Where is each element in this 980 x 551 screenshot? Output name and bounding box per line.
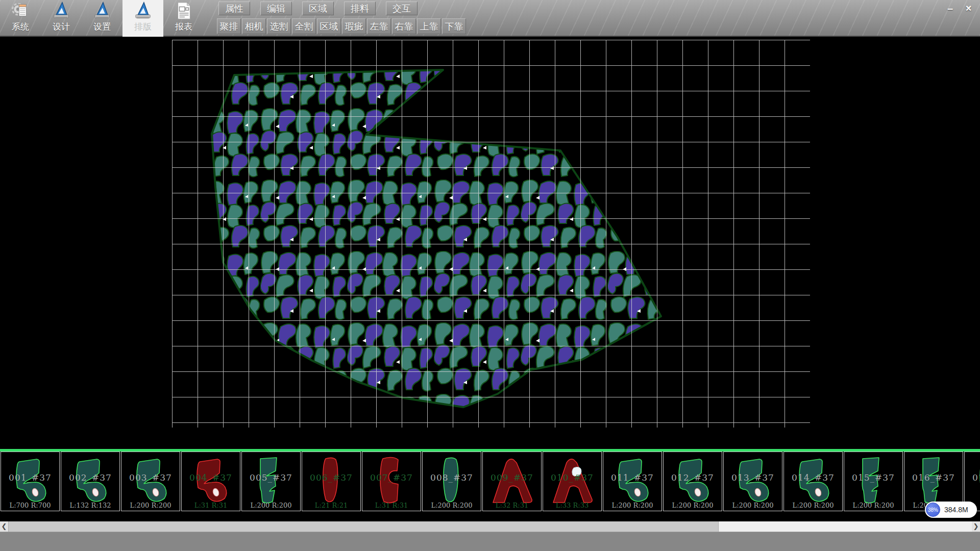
tool-select-cut[interactable]: 选割 [267, 18, 291, 34]
piece-id-label: 014_#37 [784, 472, 842, 483]
piece-id-label: 009_#37 [483, 472, 541, 483]
thumbnail-cell[interactable]: 012_#37 L:200 R:200 [663, 452, 722, 511]
nav-design-button[interactable]: 设计 [41, 0, 82, 37]
memory-badge[interactable]: 38% 384.8M [925, 502, 977, 518]
piece-id-label: 001_#37 [1, 472, 59, 483]
menu-nesting[interactable]: 排料 [344, 2, 376, 15]
piece-id-label: 011_#37 [603, 472, 662, 483]
horizontal-scrollbar[interactable]: ❮ ❯ [0, 521, 980, 532]
piece-id-label: 007_#37 [362, 472, 421, 483]
scroll-right-arrow[interactable]: ❯ [972, 521, 980, 532]
nesting-canvas[interactable] [0, 37, 980, 449]
piece-id-label: 012_#37 [664, 472, 722, 483]
tool-cut-all[interactable]: 全割 [292, 18, 316, 34]
hide-shape[interactable] [0, 37, 980, 449]
menu-properties[interactable]: 属性 [218, 2, 250, 15]
nav-layout-button-active[interactable]: 排版 [122, 0, 163, 37]
leather-hide-outline[interactable] [212, 70, 661, 407]
tool-camera[interactable]: 相机 [242, 18, 266, 34]
close-button[interactable]: × [960, 1, 977, 15]
menu-interact[interactable]: 交互 [386, 2, 418, 15]
tool-cluster-nest[interactable]: 聚排 [217, 18, 241, 34]
thumbnail-cell[interactable]: 003_#37 L:200 R:200 [121, 452, 180, 511]
piece-id-label: 003_#37 [121, 472, 180, 483]
piece-id-label: 016_#37 [904, 472, 963, 483]
nav-settings-button[interactable]: 设置 [82, 0, 122, 37]
piece-id-label: 013_#37 [724, 472, 782, 483]
menu-edit[interactable]: 编辑 [260, 2, 292, 15]
piece-id-label: 002_#37 [61, 472, 119, 483]
thumbnail-cell[interactable]: 013_#37 L:200 R:200 [723, 452, 782, 511]
piece-lr-label: L:200 R:200 [844, 502, 902, 509]
nav-system-label: 系统 [12, 20, 29, 34]
memory-size-label: 384.8M [944, 502, 968, 518]
piece-id-label: 008_#37 [423, 472, 481, 483]
thumbnail-cell[interactable]: 001_#37 L:700 R:700 [1, 452, 60, 511]
piece-lr-label: L:31 R:31 [182, 502, 240, 509]
nav-settings-label: 设置 [93, 20, 111, 34]
piece-id-label: 015_#37 [844, 472, 902, 483]
thumbnail-cell[interactable]: 007_#37 L:31 R:31 [362, 452, 421, 511]
menu-region[interactable]: 区域 [302, 2, 334, 15]
piece-id-label: 004_#37 [182, 472, 240, 483]
nav-layout-label: 排版 [134, 20, 152, 34]
piece-lr-label: L:200 R:200 [242, 502, 300, 509]
piece-id-label: 006_#37 [302, 472, 360, 483]
nav-system-button[interactable]: 系统 [0, 0, 41, 37]
thumbnail-cell[interactable]: 008_#37 L:200 R:200 [422, 452, 481, 511]
piece-thumbnail-strip[interactable]: 001_#37 L:700 R:700 002_#37 L:132 R:132 … [0, 452, 980, 511]
nav-design-label: 设计 [53, 20, 70, 34]
thumbnail-cell[interactable]: 009_#37 L:32 R:31 [482, 452, 542, 511]
tool-region[interactable]: 区域 [317, 18, 341, 34]
piece-lr-label: L:200 R:200 [603, 502, 662, 509]
piece-id-label: 010_#37 [543, 472, 601, 483]
piece-lr-label: L:200 R:200 [121, 502, 180, 509]
ruler-icon [52, 1, 71, 20]
tool-align-bottom[interactable]: 下靠 [442, 18, 466, 34]
scroll-left-arrow[interactable]: ❮ [0, 521, 8, 532]
thumbnail-cell[interactable]: 011_#37 L:200 R:200 [603, 452, 662, 511]
piece-lr-label: L:31 R:31 [362, 502, 421, 509]
piece-lr-label: L:200 R:200 [423, 502, 481, 509]
thumbnail-cell[interactable]: 002_#37 L:132 R:132 [61, 452, 120, 511]
ruler-icon [133, 1, 153, 20]
thumbnail-cell[interactable]: 014_#37 L:200 R:200 [783, 452, 843, 511]
thumbnail-cell[interactable]: 005_#37 L:200 R:200 [241, 452, 301, 511]
piece-lr-label: L:33 R:33 [543, 502, 601, 509]
scrollbar-thumb[interactable] [8, 521, 719, 532]
piece-lr-label: L:200 R:200 [724, 502, 782, 509]
piece-lr-label: L:700 R:700 [1, 502, 59, 509]
nav-report-button[interactable]: 报表 [163, 0, 204, 37]
piece-lr-label: L:200 R:200 [664, 502, 722, 509]
tool-align-right[interactable]: 右靠 [392, 18, 416, 34]
tool-align-top[interactable]: 上靠 [417, 18, 441, 34]
memory-percent-badge: 38% [926, 503, 940, 517]
tool-defect[interactable]: 瑕疵 [342, 18, 366, 34]
thumbnail-cell[interactable]: 015_#37 L:200 R:200 [844, 452, 903, 511]
ruler-icon [92, 1, 112, 20]
piece-lr-label: L:32 R:31 [483, 502, 541, 509]
piece-lr-label: L:132 R:132 [61, 502, 119, 509]
piece-lr-label: L:200 R:200 [784, 502, 842, 509]
gear-icon [11, 1, 30, 20]
piece-lr-label: L:21 R:21 [302, 502, 360, 509]
piece-id-label: 005_#37 [242, 472, 300, 483]
thumbnail-cell[interactable]: 004_#37 L:31 R:31 [181, 452, 240, 511]
tool-align-left[interactable]: 左靠 [367, 18, 391, 34]
thumbnail-cell[interactable]: 006_#37 L:21 R:21 [302, 452, 361, 511]
report-icon [174, 1, 193, 20]
thumbnail-cell[interactable]: 010_#37 L:33 R:33 [543, 452, 602, 511]
title-toolbar: 系统 设计 设置 排版 [0, 0, 980, 37]
piece-id-label: 017_#37 [965, 472, 980, 483]
nav-report-label: 报表 [175, 20, 192, 34]
status-bar [0, 532, 980, 551]
minimize-button[interactable]: – [942, 1, 959, 15]
